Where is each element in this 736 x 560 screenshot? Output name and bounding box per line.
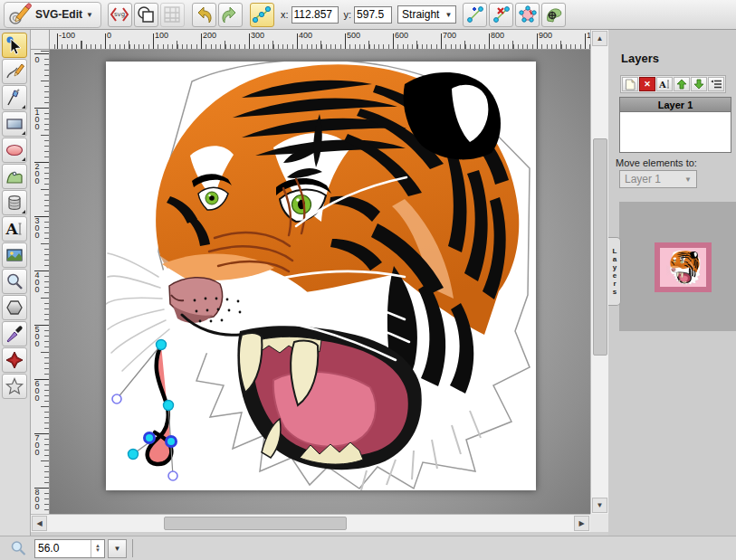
move-elements-label: Move elements to: <box>616 157 697 168</box>
path-node[interactable] <box>164 401 174 411</box>
pencil-logo-icon <box>8 3 32 26</box>
path-node[interactable] <box>157 340 167 350</box>
vertical-scrollbar[interactable]: ▲ ▼ <box>590 30 608 514</box>
edit-path-overlay[interactable] <box>112 340 177 481</box>
rename-layer-button[interactable]: A <box>656 77 673 91</box>
path-shape-icon <box>5 166 24 186</box>
tool-palette: A <box>0 30 31 536</box>
ellipse-tool[interactable] <box>2 138 27 163</box>
ruler-label: 900 <box>537 31 552 40</box>
zoom-level-spinner[interactable]: ▲▼ <box>34 539 105 558</box>
control-point[interactable] <box>168 471 177 480</box>
ruler-label: 200 <box>33 162 42 184</box>
layers-panel-toggle-handle[interactable]: Layers <box>608 237 621 306</box>
layer-buttons-row: ✕ A <box>620 75 726 93</box>
segment-type-select[interactable]: Straight ▼ <box>397 5 456 24</box>
svg-text:svg: svg <box>114 11 125 18</box>
path-node-selected[interactable] <box>145 433 155 443</box>
control-point[interactable] <box>112 394 121 403</box>
add-node-icon <box>465 5 485 24</box>
star-tool[interactable] <box>2 374 27 399</box>
red-x-icon: ✕ <box>644 80 651 89</box>
green-down-arrow-icon <box>693 79 704 90</box>
select-tool[interactable] <box>2 33 27 58</box>
new-layer-button[interactable] <box>622 77 638 91</box>
segment-type-value: Straight <box>402 8 439 21</box>
polygon-tool[interactable] <box>2 295 27 320</box>
rect-tool[interactable] <box>2 111 27 137</box>
x-coordinate-input[interactable] <box>292 6 339 24</box>
delete-node-button[interactable] <box>489 3 513 27</box>
flyout-indicator <box>22 131 25 135</box>
align-position-button[interactable] <box>541 3 566 27</box>
svg-source-icon: svg <box>110 5 129 24</box>
ruler-label: 800 <box>489 31 504 40</box>
grid-icon <box>162 5 182 24</box>
zoom-preset-dropdown[interactable]: ▼ <box>108 539 127 558</box>
ruler-label: 300 <box>33 216 42 238</box>
layers-panel: Layers ✕ A <box>608 30 736 536</box>
move-layer-down-button[interactable] <box>691 77 707 91</box>
y-coordinate-input[interactable] <box>354 6 392 24</box>
undo-arrow-icon <box>194 5 214 24</box>
ruler-label: 700 <box>441 31 456 40</box>
select-shapes-button[interactable] <box>134 3 158 27</box>
zoom-tool[interactable] <box>2 269 27 294</box>
svg-canvas[interactable] <box>106 62 536 490</box>
chevron-down-icon: ▼ <box>684 176 692 184</box>
redo-button[interactable] <box>218 3 243 27</box>
undo-button[interactable] <box>192 3 216 27</box>
horizontal-scrollbar[interactable]: ◀ ▶ <box>31 514 590 532</box>
move-elements-select[interactable]: Layer 1 ▼ <box>619 170 697 188</box>
ruler-label: 400 <box>33 271 42 292</box>
scroll-right-arrow[interactable]: ▶ <box>574 516 589 531</box>
image-icon <box>5 245 24 265</box>
shape-library-tool[interactable] <box>2 190 27 215</box>
layer-thumbnail <box>655 242 712 292</box>
spinner-arrows[interactable]: ▲▼ <box>91 540 104 557</box>
new-page-icon <box>625 79 636 90</box>
connector-tool[interactable] <box>2 347 27 373</box>
chevron-down-icon: ▼ <box>86 11 93 19</box>
line-tool[interactable] <box>2 85 27 110</box>
ruler-label: 0 <box>33 55 42 62</box>
workspace[interactable] <box>50 50 590 514</box>
path-edit-mode-button[interactable] <box>250 3 274 27</box>
close-path-icon <box>518 5 538 24</box>
path-tool[interactable] <box>2 164 27 189</box>
main-menu-button[interactable]: SVG-Edit ▼ <box>4 2 101 28</box>
red-diamond-icon <box>5 350 24 370</box>
text-a-icon: A <box>5 219 24 239</box>
source-code-button[interactable]: svg <box>108 3 132 27</box>
delete-layer-button[interactable]: ✕ <box>639 77 655 91</box>
scroll-down-arrow[interactable]: ▼ <box>592 498 607 513</box>
scroll-up-arrow[interactable]: ▲ <box>592 31 607 46</box>
ruler-label: 600 <box>33 379 42 401</box>
pencil-icon <box>5 62 24 81</box>
add-node-button[interactable] <box>463 3 487 27</box>
scroll-left-arrow[interactable]: ◀ <box>32 516 47 531</box>
move-layer-up-button[interactable] <box>674 77 690 91</box>
image-tool[interactable] <box>2 242 27 268</box>
eyedropper-tool[interactable] <box>2 321 27 346</box>
handle-label: Layers <box>609 247 620 296</box>
menu-list-icon <box>711 80 722 90</box>
path-node-selected[interactable] <box>167 437 177 447</box>
path-node[interactable] <box>129 450 139 460</box>
green-up-arrow-icon <box>676 79 687 90</box>
main-menu-label: SVG-Edit <box>35 8 82 21</box>
layer-row-selected[interactable]: Layer 1 <box>620 98 731 112</box>
zoom-level-input[interactable] <box>35 542 91 555</box>
text-tool[interactable]: A <box>2 216 27 242</box>
horizontal-scroll-thumb[interactable] <box>164 517 347 530</box>
layer-menu-button[interactable] <box>708 77 724 91</box>
layer-thumbnail-image <box>664 251 703 285</box>
pencil-tool[interactable] <box>2 59 27 84</box>
vertical-ruler: 0100200300400500600700800 <box>31 50 50 514</box>
grid-button[interactable] <box>160 3 185 27</box>
open-close-path-button[interactable] <box>515 3 540 27</box>
position-target-icon <box>544 5 564 24</box>
magnifier-icon <box>5 271 24 291</box>
vertical-scroll-thumb[interactable] <box>593 138 607 356</box>
move-elements-value: Layer 1 <box>625 173 661 185</box>
